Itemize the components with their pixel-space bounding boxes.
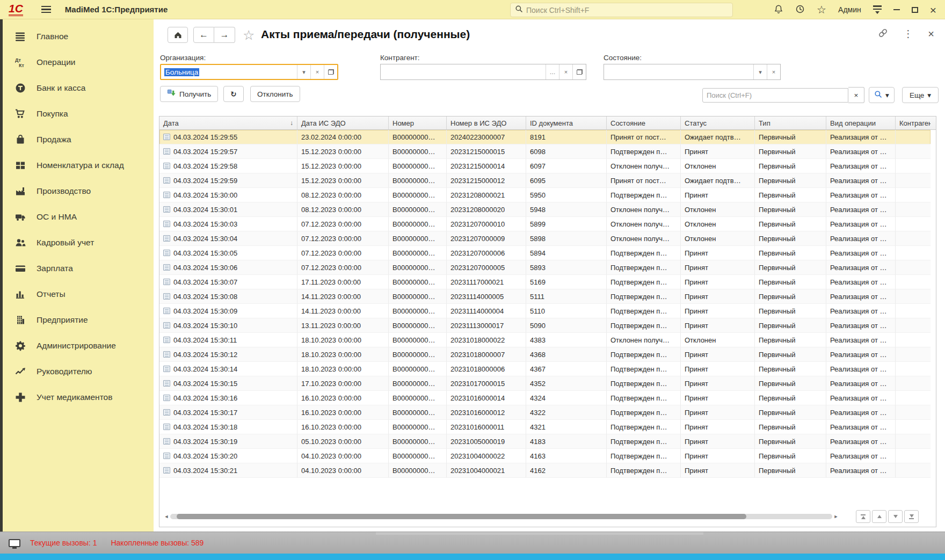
table-row[interactable]: 04.03.2024 15:30:1905.10.2023 0:00:00В00… — [159, 434, 931, 449]
global-search-field[interactable] — [510, 3, 733, 17]
column-header-7[interactable]: Тип — [755, 117, 826, 129]
close-window-icon[interactable]: × — [930, 4, 936, 16]
table-row[interactable]: 04.03.2024 15:30:0507.12.2023 0:00:00В00… — [159, 246, 931, 260]
receive-button[interactable]: Получить — [160, 86, 218, 102]
list-search-clear-button[interactable]: × — [848, 87, 864, 103]
add-to-favorites-star-icon[interactable]: ☆ — [243, 27, 255, 43]
minimize-window-icon[interactable] — [893, 9, 900, 10]
close-form-icon[interactable]: × — [928, 28, 934, 39]
sidebar-item-bank-cash[interactable]: Банк и касса — [3, 75, 154, 101]
maximize-window-icon[interactable] — [912, 7, 918, 13]
list-search-field[interactable] — [702, 88, 848, 103]
sidebar-item-production[interactable]: Производство — [3, 178, 154, 204]
refresh-button[interactable]: ↻ — [223, 86, 244, 102]
sidebar-item-nomenclature-warehouse[interactable]: Номенклатура и склад — [3, 152, 154, 178]
global-search-input[interactable] — [526, 6, 728, 14]
sidebar-item-operations[interactable]: ДтКт Операции — [3, 49, 154, 75]
column-header-8[interactable]: Вид операции — [826, 117, 896, 129]
table-row[interactable]: 04.03.2024 15:30:2004.10.2023 0:00:00В00… — [159, 449, 931, 463]
organization-dropdown-button[interactable]: ▾ — [297, 65, 310, 79]
table-row[interactable]: 04.03.2024 15:30:0307.12.2023 0:00:00В00… — [159, 217, 931, 231]
table-row[interactable]: 04.03.2024 15:29:5815.12.2023 0:00:00В00… — [159, 159, 931, 173]
table-row[interactable]: 04.03.2024 15:30:0607.12.2023 0:00:00В00… — [159, 260, 931, 275]
column-header-4[interactable]: ID документа — [526, 117, 607, 129]
sidebar-item-hr-accounting[interactable]: Кадровый учет — [3, 230, 154, 256]
table-row[interactable]: 04.03.2024 15:30:0407.12.2023 0:00:00В00… — [159, 231, 931, 246]
sidebar-item-enterprise[interactable]: Предприятие — [3, 307, 154, 333]
status-bar: Текущие вызовы: 1 Накопленные вызовы: 58… — [0, 532, 945, 554]
table-row[interactable]: 04.03.2024 15:30:1013.11.2023 0:00:00В00… — [159, 318, 931, 333]
table-row[interactable]: 04.03.2024 15:30:1716.10.2023 0:00:00В00… — [159, 405, 931, 420]
column-header-6[interactable]: Статус — [681, 117, 755, 129]
sidebar-item-fixed-assets[interactable]: ОС и НМА — [3, 204, 154, 230]
scrollbar-thumb[interactable] — [177, 514, 746, 519]
table-row[interactable]: 04.03.2024 15:30:0108.12.2023 0:00:00В00… — [159, 202, 931, 217]
scroll-right-arrow[interactable]: ► — [832, 514, 840, 519]
table-row[interactable]: 04.03.2024 15:30:1816.10.2023 0:00:00В00… — [159, 420, 931, 434]
sidebar-item-reports[interactable]: Отчеты — [3, 281, 154, 307]
go-to-last-row-button[interactable] — [904, 510, 919, 523]
main-menu-icon[interactable] — [41, 6, 51, 13]
document-icon — [163, 395, 170, 401]
column-header-9[interactable]: Контрагент — [896, 117, 931, 129]
column-header-3[interactable]: Номер в ИС ЭДО — [447, 117, 526, 129]
previous-row-button[interactable] — [872, 510, 886, 523]
sidebar-item-main[interactable]: Главное — [3, 24, 154, 49]
table-row[interactable]: 04.03.2024 15:30:1418.10.2023 0:00:00В00… — [159, 362, 931, 376]
go-to-first-row-button[interactable] — [856, 510, 870, 523]
contragent-choose-button[interactable]: … — [546, 64, 559, 79]
more-actions-button[interactable]: Еще ▾ — [902, 87, 939, 103]
column-header-2[interactable]: Номер — [389, 117, 447, 129]
table-row[interactable]: 04.03.2024 15:30:0008.12.2023 0:00:00В00… — [159, 188, 931, 202]
service-menu-icon[interactable] — [873, 5, 882, 13]
contragent-input[interactable]: … × — [380, 64, 586, 80]
decline-button[interactable]: Отклонить — [250, 86, 300, 102]
back-button[interactable]: ← — [193, 27, 214, 43]
sidebar-item-administration[interactable]: Администрирование — [3, 333, 154, 359]
current-user-label[interactable]: Админ — [838, 5, 861, 14]
horizontal-scrollbar[interactable] — [170, 514, 832, 519]
table-row[interactable]: 04.03.2024 15:30:2104.10.2023 0:00:00В00… — [159, 463, 931, 478]
home-button[interactable] — [168, 27, 188, 43]
table-row[interactable]: 04.03.2024 15:30:1616.10.2023 0:00:00В00… — [159, 391, 931, 405]
sidebar-item-sale[interactable]: Продажа — [3, 127, 154, 152]
scroll-left-arrow[interactable]: ◄ — [163, 514, 170, 519]
contragent-open-button[interactable] — [572, 64, 586, 79]
more-options-dots-icon[interactable]: ⋮ — [903, 29, 913, 39]
organization-input[interactable]: Больница ▾ × — [160, 64, 338, 80]
search-icon — [515, 5, 523, 15]
column-header-5[interactable]: Состояние — [607, 117, 681, 129]
table-row[interactable]: 04.03.2024 15:30:0717.11.2023 0:00:00В00… — [159, 275, 931, 289]
notifications-bell-icon[interactable] — [774, 4, 783, 16]
document-icon — [163, 148, 170, 155]
organization-open-button[interactable] — [324, 65, 337, 79]
sidebar-item-purchase[interactable]: Покупка — [3, 101, 154, 127]
table-row[interactable]: 04.03.2024 15:30:0914.11.2023 0:00:00В00… — [159, 304, 931, 318]
state-input[interactable]: ▾ × — [604, 64, 781, 80]
history-icon[interactable] — [795, 4, 805, 16]
organization-clear-button[interactable]: × — [310, 65, 324, 79]
server-calls-monitor-icon[interactable] — [9, 539, 20, 547]
sidebar-item-medication-accounting[interactable]: Учет медикаментов — [3, 384, 154, 410]
table-row[interactable]: 04.03.2024 15:30:0814.11.2023 0:00:00В00… — [159, 289, 931, 304]
sidebar-item-salary[interactable]: Зарплата — [3, 256, 154, 281]
table-row[interactable]: 04.03.2024 15:29:5523.02.2024 0:00:00В00… — [159, 130, 931, 144]
column-header-0[interactable]: Дата↓ — [159, 117, 297, 129]
trend-icon — [14, 366, 26, 377]
table-row[interactable]: 04.03.2024 15:30:1218.10.2023 0:00:00В00… — [159, 347, 931, 362]
state-clear-button[interactable]: × — [767, 64, 780, 79]
sidebar-item-for-manager[interactable]: Руководителю — [3, 359, 154, 384]
favorites-star-icon[interactable]: ☆ — [817, 4, 826, 15]
column-header-1[interactable]: Дата ИС ЭДО — [297, 117, 389, 129]
table-row[interactable]: 04.03.2024 15:30:1517.10.2023 0:00:00В00… — [159, 376, 931, 391]
table-row[interactable]: 04.03.2024 15:30:1118.10.2023 0:00:00В00… — [159, 333, 931, 347]
next-row-button[interactable] — [888, 510, 903, 523]
table-row[interactable]: 04.03.2024 15:29:5915.12.2023 0:00:00В00… — [159, 173, 931, 188]
table-row[interactable]: 04.03.2024 15:29:5715.12.2023 0:00:00В00… — [159, 144, 931, 159]
state-dropdown-button[interactable]: ▾ — [753, 64, 767, 79]
get-link-icon[interactable] — [878, 28, 888, 40]
list-search-button[interactable]: ▾ — [869, 87, 895, 103]
list-search-input[interactable] — [707, 91, 844, 99]
forward-button[interactable]: → — [214, 27, 235, 43]
contragent-clear-button[interactable]: × — [559, 64, 572, 79]
